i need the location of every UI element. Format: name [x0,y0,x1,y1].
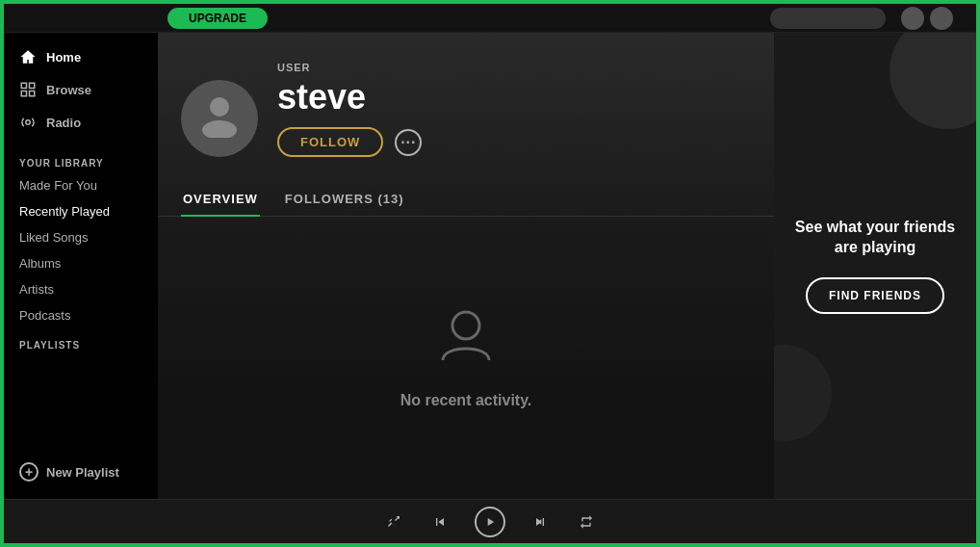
profile-avatar [181,80,258,157]
user-avatar-small2 [930,7,953,30]
svg-rect-0 [21,83,26,88]
user-avatar-small [901,7,924,30]
tab-followers[interactable]: FOLLOWERS (13) [283,182,406,216]
empty-state: No recent activity. [400,306,532,409]
svg-rect-3 [30,91,35,96]
home-icon [19,48,37,65]
follow-button[interactable]: FOLLOW [277,127,383,157]
svg-point-7 [452,312,479,339]
svg-point-4 [26,120,31,125]
svg-point-6 [202,120,237,138]
your-library-label: YOUR LIBRARY [4,148,158,172]
profile-tabs: OVERVIEW FOLLOWERS (13) [158,182,774,217]
avatar-person-icon [196,91,243,146]
profile-content: No recent activity. [158,217,774,499]
sidebar-made-for-you[interactable]: Made For You [4,172,158,198]
profile-info: USER steve FOLLOW ··· [277,62,751,157]
previous-button[interactable] [428,510,451,534]
user-label: USER [277,62,751,73]
plus-icon: + [19,462,39,482]
svg-rect-1 [30,83,35,88]
sidebar-item-browse[interactable]: Browse [4,73,158,106]
profile-area: USER steve FOLLOW ··· OVERVIEW FOLLOWERS… [158,33,774,499]
bottom-player [4,499,976,543]
sidebar-albums[interactable]: Albums [4,250,158,276]
play-button[interactable] [475,507,505,537]
find-friends-button[interactable]: FIND FRIENDS [806,277,944,314]
sidebar-nav: Home Browse [4,40,158,148]
browse-icon [19,81,37,98]
tab-overview[interactable]: OVERVIEW [181,182,260,216]
repeat-button[interactable] [575,510,598,534]
profile-actions: FOLLOW ··· [277,127,751,157]
radio-icon [19,114,37,131]
decoration-circle-1 [890,33,976,129]
playlists-label: PLAYLISTS [4,328,158,354]
user-area [901,7,953,30]
sidebar-liked-songs[interactable]: Liked Songs [4,224,158,250]
search-bar-placeholder [770,8,886,29]
shuffle-button[interactable] [382,510,405,534]
upgrade-button[interactable]: UPGRADE [168,8,268,29]
right-panel: See what your friends are playing FIND F… [774,33,976,499]
profile-header: USER steve FOLLOW ··· [158,33,774,172]
profile-username: steve [277,77,751,117]
find-friends-heading: See what your friends are playing [793,218,957,258]
new-playlist-button[interactable]: + New Playlist [4,453,158,491]
more-options-button[interactable]: ··· [395,129,422,156]
sidebar-artists[interactable]: Artists [4,276,158,302]
no-activity-text: No recent activity. [400,392,532,409]
top-nav: UPGRADE [4,4,976,33]
svg-point-5 [210,97,229,117]
sidebar-item-home[interactable]: Home [4,40,158,73]
svg-rect-2 [21,91,26,96]
new-playlist-label: New Playlist [46,465,119,480]
decoration-circle-2 [774,345,832,441]
sidebar-browse-label: Browse [46,83,91,97]
next-button[interactable] [529,510,552,534]
right-panel-content: See what your friends are playing FIND F… [793,218,957,314]
empty-person-icon [435,306,497,377]
sidebar-radio-label: Radio [46,116,81,130]
sidebar: Home Browse [4,33,158,499]
sidebar-podcasts[interactable]: Podcasts [4,302,158,328]
sidebar-recently-played[interactable]: Recently Played [4,198,158,224]
sidebar-home-label: Home [46,50,81,65]
sidebar-item-radio[interactable]: Radio [4,106,158,139]
